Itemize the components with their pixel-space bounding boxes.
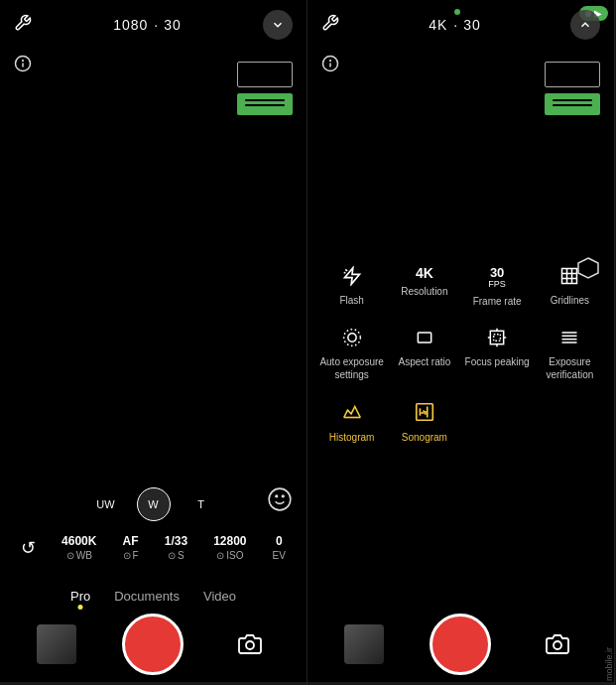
gridlines-label: Gridlines <box>551 294 589 307</box>
left-fps: 30 <box>164 17 182 33</box>
mode-video[interactable]: Video <box>203 589 236 604</box>
menu-sonogram[interactable]: Sonogram <box>390 395 459 450</box>
left-chevron-button[interactable] <box>263 10 293 40</box>
histogram-label: Histogram <box>329 431 375 444</box>
wb-setting[interactable]: 4600K ⊙ WB <box>62 534 96 561</box>
svg-point-19 <box>347 334 355 342</box>
menu-auto-exposure[interactable]: Auto exposure settings <box>317 322 387 387</box>
svg-line-12 <box>345 269 347 271</box>
framerate-label: Frame rate <box>473 295 522 308</box>
svg-rect-14 <box>562 269 577 284</box>
right-shutter-button[interactable] <box>430 614 491 675</box>
right-vf-outline-box <box>545 62 600 87</box>
auto-exposure-label: Auto exposure settings <box>317 355 387 381</box>
wb-icon: ⊙ <box>66 550 74 561</box>
sonogram-icon <box>414 401 435 426</box>
svg-rect-33 <box>417 404 433 421</box>
shutter-icon: ⊙ <box>168 550 176 561</box>
menu-empty-2 <box>535 395 604 450</box>
ev-setting[interactable]: 0 EV <box>273 534 286 561</box>
menu-focus-peaking[interactable]: Focus peaking <box>462 322 532 387</box>
svg-rect-21 <box>418 333 431 342</box>
left-dot-sep: · <box>154 17 158 33</box>
mode-active-dot <box>78 605 83 610</box>
lens-t-button[interactable]: T <box>185 487 218 521</box>
face-detection-icon[interactable] <box>267 486 293 518</box>
menu-exposure-verification[interactable]: Exposure verification <box>535 322 604 387</box>
histogram-icon <box>341 401 363 426</box>
auto-exposure-icon <box>342 328 362 350</box>
menu-gridlines[interactable]: Gridlines <box>535 260 604 314</box>
svg-point-3 <box>269 488 291 510</box>
menu-row-3: Histogram Sonogram <box>315 395 606 450</box>
vf-lines <box>245 99 285 109</box>
flash-icon <box>342 266 362 289</box>
lens-w-button[interactable]: W <box>137 487 171 521</box>
resolution-label: Resolution <box>401 285 447 298</box>
iso-setting[interactable]: 12800 ⊙ ISO <box>213 534 246 561</box>
left-shutter-button[interactable] <box>122 614 184 675</box>
right-fps: 30 <box>463 17 481 33</box>
right-resolution-fps: 4K · 30 <box>429 17 481 33</box>
vf-outline-box <box>237 62 293 87</box>
lens-selector-row: UW W T <box>0 487 307 521</box>
aspect-ratio-label: Aspect ratio <box>398 355 450 368</box>
right-vf-line-2 <box>553 104 592 106</box>
right-top-bar: 4K · 30 <box>308 0 614 50</box>
gridlines-icon <box>559 266 579 289</box>
exposure-verification-label: Exposure verification <box>535 355 604 381</box>
focus-icon: ⊙ <box>123 550 131 561</box>
svg-rect-22 <box>490 332 503 344</box>
aspect-ratio-icon <box>415 328 434 350</box>
mode-selector: Pro Documents Video <box>0 589 307 604</box>
focus-peaking-label: Focus peaking <box>465 355 530 368</box>
svg-rect-23 <box>494 335 501 342</box>
menu-aspect-ratio[interactable]: Aspect ratio <box>390 322 459 387</box>
lens-uw-button[interactable]: UW <box>89 487 123 521</box>
right-viewfinder-boxes <box>545 62 600 115</box>
iso-icon: ⊙ <box>216 550 224 561</box>
menu-resolution[interactable]: 4K Resolution <box>390 260 459 314</box>
svg-point-39 <box>554 641 561 649</box>
vf-line-2 <box>245 104 285 106</box>
exposure-verification-icon <box>559 328 579 350</box>
settings-menu-grid: Flash 4K Resolution 30 FPS Frame rate <box>308 260 614 458</box>
right-vf-line-1 <box>553 99 592 101</box>
menu-histogram[interactable]: Histogram <box>317 395 387 450</box>
menu-row-1: Flash 4K Resolution 30 FPS Frame rate <box>315 260 606 314</box>
svg-point-6 <box>246 641 254 649</box>
right-camera-switch-button[interactable] <box>538 624 577 664</box>
focus-setting[interactable]: AF ⊙ F <box>123 534 139 561</box>
mode-documents[interactable]: Documents <box>114 589 180 604</box>
left-thumbnail[interactable] <box>37 624 76 664</box>
right-resolution: 4K <box>429 17 447 33</box>
left-bottom-bar <box>0 611 307 685</box>
right-wrench-icon[interactable] <box>321 14 339 37</box>
right-info-icon[interactable] <box>321 55 339 76</box>
vf-line-1 <box>245 99 285 101</box>
right-vf-filled-box <box>545 93 600 115</box>
right-bottom-bar <box>308 611 614 685</box>
flash-label: Flash <box>339 294 363 307</box>
shutter-setting[interactable]: 1/33 ⊙ S <box>165 534 187 561</box>
menu-empty-1 <box>462 395 532 450</box>
left-camera-switch-button[interactable] <box>230 624 270 664</box>
left-resolution-fps: 1080 · 30 <box>113 17 182 33</box>
menu-flash[interactable]: Flash <box>317 260 387 314</box>
left-info-icon[interactable] <box>14 55 32 76</box>
reset-button[interactable]: ↺ <box>21 537 36 559</box>
right-dot-sep: · <box>453 17 457 33</box>
resolution-icon: 4K <box>416 266 433 280</box>
left-panel: 1080 · 30 UW W <box>0 0 308 685</box>
wrench-icon[interactable] <box>14 14 32 37</box>
mode-pro[interactable]: Pro <box>70 589 90 604</box>
left-resolution: 1080 <box>113 17 148 33</box>
framerate-icon: 30 FPS <box>488 266 506 290</box>
vf-filled-box <box>237 93 293 115</box>
menu-framerate[interactable]: 30 FPS Frame rate <box>462 260 532 314</box>
right-panel: ▶ 4K · 30 <box>308 0 615 685</box>
menu-row-2: Auto exposure settings Aspect ratio <box>315 322 606 387</box>
left-top-bar: 1080 · 30 <box>0 0 307 50</box>
right-chevron-button[interactable] <box>570 10 600 40</box>
right-thumbnail[interactable] <box>344 624 384 664</box>
